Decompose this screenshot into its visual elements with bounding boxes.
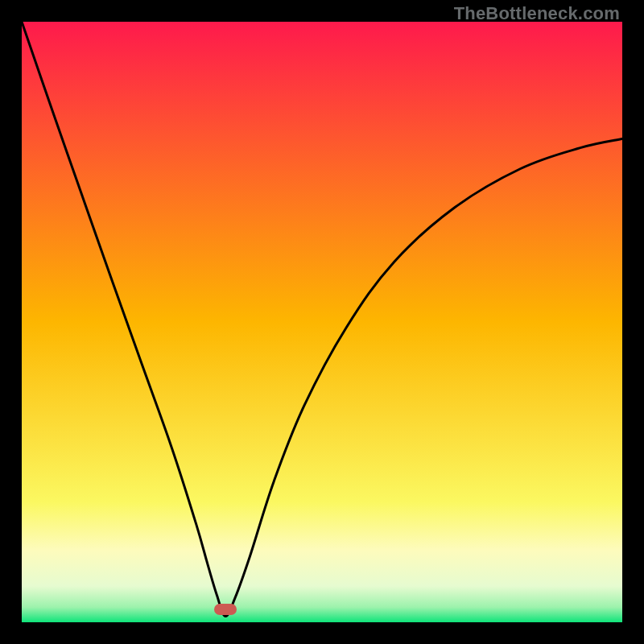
background-gradient bbox=[22, 22, 622, 622]
watermark-text: TheBottleneck.com bbox=[454, 3, 620, 24]
plot-area bbox=[22, 22, 622, 622]
svg-rect-0 bbox=[22, 22, 622, 622]
minimum-marker bbox=[214, 604, 237, 615]
